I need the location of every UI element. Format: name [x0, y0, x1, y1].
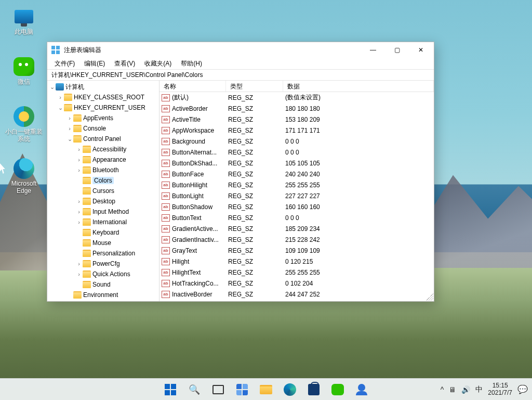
- tree-node-environment[interactable]: Environment: [47, 290, 159, 300]
- widgets-button[interactable]: [232, 380, 252, 399]
- maximize-button[interactable]: ▢: [385, 42, 409, 58]
- list-row[interactable]: ab(默认)REG_SZ(数值未设置): [159, 92, 434, 103]
- wechat-icon: [14, 57, 34, 76]
- expander-icon[interactable]: ›: [75, 261, 83, 267]
- address-bar[interactable]: 计算机\HKEY_CURRENT_USER\Control Panel\Colo…: [47, 69, 434, 81]
- expander-icon[interactable]: [75, 250, 83, 256]
- expander-icon[interactable]: [75, 188, 83, 194]
- list-row[interactable]: abBackgroundREG_SZ0 0 0: [159, 136, 434, 147]
- list-row[interactable]: abAppWorkspaceREG_SZ171 171 171: [159, 125, 434, 136]
- expander-icon[interactable]: ›: [75, 271, 83, 277]
- expander-icon[interactable]: ›: [57, 94, 64, 100]
- list-row[interactable]: abGradientInactiv...REG_SZ215 228 242: [159, 234, 434, 245]
- desktop-icon-edge[interactable]: Microsoft Edge: [4, 156, 44, 197]
- resize-grip-icon[interactable]: [426, 293, 433, 301]
- start-button[interactable]: [161, 380, 180, 399]
- tree-node-console[interactable]: › Console: [47, 123, 159, 134]
- expander-icon[interactable]: [75, 177, 83, 184]
- expander-icon[interactable]: [75, 240, 83, 246]
- list-row[interactable]: abButtonDkShad...REG_SZ105 105 105: [159, 158, 434, 169]
- list-row[interactable]: abButtonLightREG_SZ227 227 227: [159, 190, 434, 201]
- tree-node-desktop[interactable]: › Desktop: [47, 196, 159, 207]
- expander-icon[interactable]: [75, 281, 83, 288]
- tree-node-accessibility[interactable]: › Accessibility: [47, 144, 159, 154]
- list-row[interactable]: abGradientActive...REG_SZ185 209 234: [159, 223, 434, 234]
- notifications-icon[interactable]: 💬: [517, 384, 528, 394]
- expander-icon[interactable]: [66, 292, 73, 298]
- desktop-icon-wechat[interactable]: 微信: [4, 54, 44, 88]
- close-button[interactable]: ✕: [409, 42, 433, 58]
- tree-node-cursors[interactable]: Cursors: [47, 186, 159, 196]
- tree-node-appearance[interactable]: › Appearance: [47, 154, 159, 165]
- search-button[interactable]: 🔍: [184, 380, 204, 399]
- list-row[interactable]: abInactiveBorderREG_SZ244 247 252: [159, 289, 434, 300]
- tree-node-hkcu[interactable]: ⌄ HKEY_CURRENT_USER: [47, 102, 159, 113]
- tree-node-appevents[interactable]: › AppEvents: [47, 113, 159, 123]
- taskbar-people[interactable]: [352, 380, 371, 399]
- expander-icon[interactable]: ⌄: [48, 84, 56, 91]
- tree-node-international[interactable]: › International: [47, 217, 159, 227]
- list-row[interactable]: abActiveTitleREG_SZ153 180 209: [159, 114, 434, 125]
- column-header-type[interactable]: 类型: [226, 81, 283, 92]
- tree-node-mouse[interactable]: Mouse: [47, 238, 159, 248]
- list-row[interactable]: abGrayTextREG_SZ109 109 109: [159, 245, 434, 256]
- tree-node-control-panel[interactable]: ⌄ Control Panel: [47, 134, 159, 144]
- expander-icon[interactable]: ›: [75, 146, 83, 152]
- tree-node-powercfg[interactable]: › PowerCfg: [47, 259, 159, 269]
- menu-help[interactable]: 帮助(H): [177, 58, 206, 69]
- list-row[interactable]: abHilightREG_SZ0 120 215: [159, 256, 434, 267]
- expander-icon[interactable]: ⌄: [66, 136, 73, 143]
- column-header-name[interactable]: 名称: [159, 81, 226, 92]
- tree-node-computer[interactable]: ⌄ 计算机: [47, 82, 159, 92]
- list-row[interactable]: abButtonAlternat...REG_SZ0 0 0: [159, 147, 434, 158]
- expander-icon[interactable]: ›: [75, 198, 83, 204]
- ime-indicator[interactable]: 中: [475, 385, 483, 394]
- tree-node-sound[interactable]: Sound: [47, 279, 159, 290]
- tree-node-hkcr[interactable]: › HKEY_CLASSES_ROOT: [47, 92, 159, 102]
- list-row[interactable]: abButtonHilightREG_SZ255 255 255: [159, 179, 434, 190]
- desktop-icon-this-pc[interactable]: 此电脑: [4, 4, 44, 38]
- tree-node-bluetooth[interactable]: › Bluetooth: [47, 165, 159, 175]
- list-row[interactable]: abButtonShadowREG_SZ160 160 160: [159, 201, 434, 212]
- expander-icon[interactable]: ›: [75, 167, 83, 173]
- expander-icon[interactable]: ›: [75, 157, 83, 163]
- list-row[interactable]: abButtonFaceREG_SZ240 240 240: [159, 169, 434, 179]
- tree-node-input-method[interactable]: › Input Method: [47, 207, 159, 217]
- list-body[interactable]: ab(默认)REG_SZ(数值未设置)abActiveBorderREG_SZ1…: [159, 92, 434, 301]
- taskbar-explorer[interactable]: [256, 380, 276, 399]
- list-row[interactable]: abHotTrackingCo...REG_SZ0 102 204: [159, 278, 434, 289]
- expander-icon[interactable]: ›: [66, 125, 73, 132]
- titlebar[interactable]: 注册表编辑器 ― ▢ ✕: [47, 42, 434, 58]
- value-type: REG_SZ: [228, 149, 285, 156]
- menu-favorites[interactable]: 收藏夹(A): [140, 58, 176, 69]
- expander-icon[interactable]: ⌄: [57, 105, 64, 111]
- tree-node-quick-actions[interactable]: › Quick Actions: [47, 269, 159, 279]
- minimize-button[interactable]: ―: [361, 42, 385, 58]
- expander-icon[interactable]: ›: [66, 115, 73, 121]
- taskbar-clock[interactable]: 15:15 2021/7/7: [488, 382, 512, 396]
- menu-edit[interactable]: 编辑(E): [80, 58, 109, 69]
- list-row[interactable]: abActiveBorderREG_SZ180 180 180: [159, 103, 434, 114]
- menu-view[interactable]: 查看(V): [110, 58, 139, 69]
- tree-node-keyboard[interactable]: Keyboard: [47, 227, 159, 238]
- expander-icon[interactable]: ›: [75, 219, 83, 225]
- task-view-button[interactable]: [208, 380, 228, 399]
- list-row[interactable]: abHilightTextREG_SZ255 255 255: [159, 267, 434, 278]
- menu-file[interactable]: 文件(F): [50, 58, 79, 69]
- taskbar-store[interactable]: [304, 380, 324, 399]
- taskbar-wechat[interactable]: [328, 380, 348, 399]
- tray-overflow-icon[interactable]: ^: [441, 385, 444, 394]
- folder-icon: [83, 218, 91, 226]
- network-icon[interactable]: 🖥: [449, 385, 456, 394]
- taskbar-edge[interactable]: [280, 380, 300, 399]
- expander-icon[interactable]: ›: [75, 209, 83, 215]
- desktop-icon-reinstall[interactable]: 小白一键重装系统: [4, 104, 44, 145]
- tree-node-colors[interactable]: Colors: [47, 175, 159, 186]
- tree-node-personalization[interactable]: Personalization: [47, 248, 159, 259]
- list-row[interactable]: abButtonTextREG_SZ0 0 0: [159, 212, 434, 223]
- registry-tree[interactable]: ⌄ 计算机 › HKEY_CLASSES_ROOT ⌄ HKEY_CURRENT…: [47, 81, 159, 301]
- expander-icon[interactable]: [75, 229, 83, 236]
- edge-icon: [284, 383, 296, 396]
- column-header-data[interactable]: 数据: [283, 81, 434, 92]
- volume-icon[interactable]: 🔊: [461, 385, 470, 394]
